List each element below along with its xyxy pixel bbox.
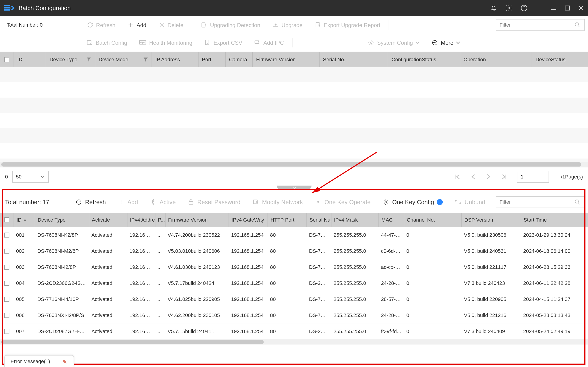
app-icon xyxy=(4,4,14,12)
bp-col-start[interactable]: Start Time xyxy=(521,213,588,227)
table-row[interactable]: 003DS-7608NI-I2/8PActivated192.168.1....… xyxy=(0,259,588,275)
table-row[interactable]: 004DS-2CD2366G2-ISU/SLActivated192.168.1… xyxy=(0,275,588,291)
close-icon[interactable] xyxy=(578,5,584,11)
svg-line-21 xyxy=(578,26,580,27)
bp-col-ipv4[interactable]: IPv4 Address xyxy=(127,213,155,227)
bp-col-serial[interactable]: Serial Nu... xyxy=(306,213,331,227)
refresh-button[interactable]: Refresh xyxy=(81,22,121,28)
col-operation[interactable]: Operation xyxy=(460,52,531,67)
error-message-tab[interactable]: Error Message(1) xyxy=(4,355,74,367)
col-id[interactable]: ID xyxy=(14,52,46,67)
collapse-handle[interactable] xyxy=(277,186,311,190)
bp-col-dsp[interactable]: DSP Version xyxy=(461,213,521,227)
pager-count: 0 xyxy=(5,174,8,180)
col-camera[interactable]: Camera xyxy=(225,52,252,67)
bp-col-p[interactable]: P... xyxy=(155,213,165,227)
health-monitoring-button[interactable]: Health Monitoring xyxy=(133,40,199,46)
col-config-status[interactable]: ConfigurationStatus xyxy=(388,52,460,67)
chevron-down-icon xyxy=(415,41,420,45)
pager-last[interactable] xyxy=(501,173,507,180)
gear-icon[interactable] xyxy=(505,4,513,12)
search-icon xyxy=(574,22,581,28)
row-checkbox[interactable] xyxy=(4,232,9,237)
svg-point-4 xyxy=(12,7,13,8)
col-device-type[interactable]: Device Type xyxy=(46,52,95,67)
chevron-down-icon xyxy=(40,174,44,178)
svg-rect-17 xyxy=(202,23,205,27)
upgrade-button[interactable]: Upgrade xyxy=(266,22,309,28)
bp-refresh-button[interactable]: Refresh xyxy=(69,199,112,205)
more-button[interactable]: More xyxy=(426,39,466,46)
bp-col-channel[interactable]: Channel No. xyxy=(404,213,461,227)
filter-input-bottom[interactable] xyxy=(496,196,585,208)
row-checkbox[interactable] xyxy=(4,281,9,286)
svg-point-20 xyxy=(575,23,579,26)
select-all-checkbox[interactable] xyxy=(4,57,9,62)
bp-col-mask[interactable]: IPv4 Mask xyxy=(331,213,378,227)
system-config-button[interactable]: System Config xyxy=(362,39,425,46)
svg-rect-37 xyxy=(189,201,193,204)
row-checkbox[interactable] xyxy=(4,297,9,302)
pager-next[interactable] xyxy=(485,174,492,180)
bp-col-firmware[interactable]: Firmware Version xyxy=(165,213,229,227)
row-checkbox[interactable] xyxy=(4,265,9,269)
bp-unbund-button[interactable]: Unbund xyxy=(449,199,491,205)
pager-prev[interactable] xyxy=(470,174,476,180)
bp-modify-network-button[interactable]: Modify Network xyxy=(246,199,309,205)
table-row[interactable]: 001DS-7608NI-K2/8PActivated192.168.1....… xyxy=(0,227,588,243)
svg-rect-2 xyxy=(4,9,10,11)
bp-col-mac[interactable]: MAC xyxy=(379,213,404,227)
bp-select-all-checkbox[interactable] xyxy=(4,217,9,222)
top-grid-hscrollbar[interactable] xyxy=(0,162,588,167)
table-row[interactable]: 005DS-7716NI-I4/16PActivated192.168.1...… xyxy=(0,291,588,307)
add-ipc-button[interactable]: Add IPC xyxy=(248,39,290,46)
bp-col-activate[interactable]: Activate xyxy=(89,213,127,227)
bp-col-http[interactable]: HTTP Port xyxy=(268,213,307,227)
col-device-status[interactable]: DeviceStatus xyxy=(532,52,588,67)
svg-rect-19 xyxy=(316,23,319,27)
row-checkbox[interactable] xyxy=(4,329,9,334)
bottom-grid-hscrollbar[interactable] xyxy=(0,340,588,344)
delete-button[interactable]: Delete xyxy=(152,22,189,28)
table-row[interactable]: 007DS-2CD2087G2H-LIUActivated192.168.1..… xyxy=(0,323,588,340)
bell-icon[interactable] xyxy=(490,4,497,12)
info-icon[interactable] xyxy=(520,4,528,12)
pager-first[interactable] xyxy=(454,173,461,180)
table-row[interactable]: 006DS-7608NXI-I2/8P/SActivated192.168.1.… xyxy=(0,307,588,323)
row-checkbox[interactable] xyxy=(4,248,9,253)
pin-icon[interactable] xyxy=(63,359,68,364)
page-size-select[interactable]: 50 xyxy=(12,171,48,183)
bottom-total-label: Total number: 17 xyxy=(3,199,69,205)
titlebar: Batch Configuration xyxy=(0,0,588,16)
page-number-input[interactable] xyxy=(517,171,549,183)
funnel-icon[interactable] xyxy=(86,57,91,62)
bp-col-gateway[interactable]: IPv4 GateWay xyxy=(229,213,268,227)
filter-input-top[interactable] xyxy=(496,19,585,31)
bp-col-id[interactable]: ID xyxy=(14,213,35,227)
svg-line-42 xyxy=(578,203,580,204)
minimize-icon[interactable] xyxy=(551,5,557,11)
maximize-icon[interactable] xyxy=(564,5,570,11)
export-upgrade-report-button[interactable]: Export Upgrade Report xyxy=(309,22,386,28)
export-csv-button[interactable]: Export CSV xyxy=(198,39,248,46)
col-serial[interactable]: Serial No. xyxy=(319,52,388,67)
bp-col-type[interactable]: Device Type xyxy=(35,213,89,227)
col-firmware[interactable]: Firmware Version xyxy=(252,52,319,67)
col-ip-address[interactable]: IP Address xyxy=(152,52,198,67)
svg-point-31 xyxy=(436,42,436,43)
bp-add-button[interactable]: Add xyxy=(112,199,144,205)
row-checkbox[interactable] xyxy=(4,313,9,318)
upgrading-detection-button[interactable]: Upgrading Detection xyxy=(195,22,266,28)
svg-rect-0 xyxy=(4,5,10,6)
bp-active-button[interactable]: Active xyxy=(144,199,182,205)
bp-reset-password-button[interactable]: Reset Password xyxy=(182,199,246,205)
table-row[interactable]: 002DS-7608NI-M2/8PActivated192.168.1....… xyxy=(0,243,588,259)
bp-one-key-operate-button[interactable]: One Key Operate xyxy=(309,199,376,205)
col-port[interactable]: Port xyxy=(198,52,225,67)
col-device-model[interactable]: Device Model xyxy=(95,52,152,67)
add-button[interactable]: Add xyxy=(121,22,152,28)
bp-one-key-config-button[interactable]: One Key Config i xyxy=(376,199,449,205)
bottom-grid-body: 001DS-7608NI-K2/8PActivated192.168.1....… xyxy=(0,227,588,340)
batch-config-button[interactable]: Batch Config xyxy=(80,39,133,46)
funnel-icon[interactable] xyxy=(143,57,148,62)
